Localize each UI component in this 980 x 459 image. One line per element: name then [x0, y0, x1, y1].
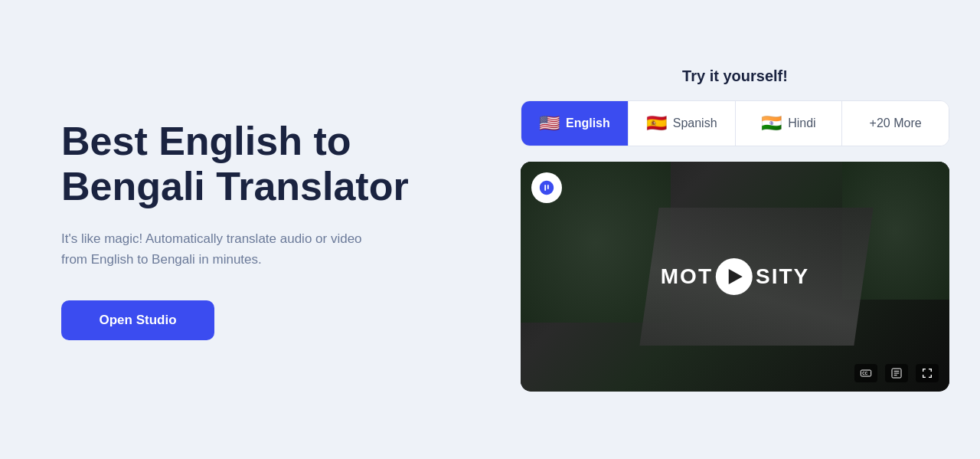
- svg-text:CC: CC: [862, 372, 867, 375]
- video-title-overlay: MOT SITY: [661, 258, 809, 295]
- cc-button[interactable]: CC: [854, 364, 877, 382]
- english-label: English: [566, 116, 610, 130]
- video-controls: CC: [844, 355, 949, 392]
- more-label: +20 More: [870, 116, 922, 130]
- transcript-button[interactable]: [885, 364, 908, 382]
- cc-icon: CC: [860, 367, 872, 379]
- fullscreen-icon: [921, 367, 933, 379]
- try-label: Try it yourself!: [682, 67, 788, 85]
- play-button[interactable]: [716, 258, 753, 295]
- page-wrapper: Best English to Bengali Translator It's …: [0, 0, 980, 459]
- hero-subtitle: It's like magic! Automatically translate…: [61, 228, 383, 270]
- tab-spanish[interactable]: 🇪🇸 Spanish: [629, 101, 736, 146]
- left-panel: Best English to Bengali Translator It's …: [0, 0, 490, 459]
- motionify-icon: [538, 179, 555, 196]
- english-flag: 🇺🇸: [539, 115, 560, 132]
- tab-more[interactable]: +20 More: [842, 101, 949, 146]
- fullscreen-button[interactable]: [916, 364, 939, 382]
- right-panel: Try it yourself! 🇺🇸 English 🇪🇸 Spanish 🇮…: [490, 0, 980, 459]
- video-title-right: SITY: [756, 264, 809, 289]
- spanish-flag: 🇪🇸: [646, 115, 667, 132]
- open-studio-button[interactable]: Open Studio: [61, 300, 214, 340]
- transcript-icon: [890, 367, 903, 379]
- hindi-flag: 🇮🇳: [761, 115, 782, 132]
- spanish-label: Spanish: [673, 116, 717, 130]
- hindi-label: Hindi: [788, 116, 815, 130]
- tab-hindi[interactable]: 🇮🇳 Hindi: [736, 101, 843, 146]
- video-logo-badge: [531, 172, 562, 203]
- video-player[interactable]: MOT SITY CC: [521, 162, 949, 392]
- language-tabs: 🇺🇸 English 🇪🇸 Spanish 🇮🇳 Hindi +20 More: [521, 100, 949, 146]
- hero-title: Best English to Bengali Translator: [61, 119, 429, 211]
- video-background: MOT SITY CC: [521, 162, 949, 392]
- tab-english[interactable]: 🇺🇸 English: [521, 101, 629, 146]
- video-title-left: MOT: [661, 264, 713, 289]
